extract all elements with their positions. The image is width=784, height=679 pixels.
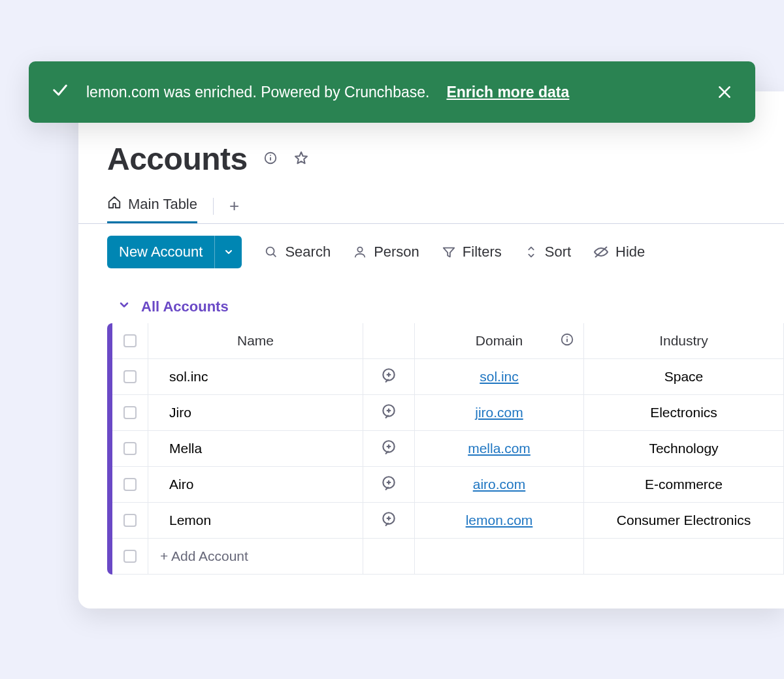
row-checkbox [123,550,137,563]
filters-label: Filters [463,244,502,261]
table-row: Lemon lemon.com Consumer Electronics [112,503,784,539]
table-row: Airo airo.com E-commerce [112,467,784,503]
row-name[interactable]: Airo [148,466,363,503]
row-checkbox-cell[interactable] [112,466,148,503]
empty-cell [583,538,784,575]
accounts-card: Accounts Main Table + New Account Search [78,91,784,608]
sort-label: Sort [545,244,571,261]
svg-point-6 [267,247,274,255]
row-industry[interactable]: Space [583,358,784,395]
hide-button[interactable]: Hide [593,244,645,261]
svg-line-7 [273,254,276,257]
table-header-row: Name Domain Industry [112,323,784,359]
svg-point-4 [270,154,271,155]
column-updates [363,323,415,359]
row-checkbox[interactable] [123,514,137,527]
row-checkbox-cell [112,538,148,575]
chat-add-icon[interactable] [380,367,397,387]
table-row: sol.inc sol.inc Space [112,359,784,395]
toolbar: New Account Search Person Filters Sort H… [78,224,784,268]
row-checkbox[interactable] [123,478,137,491]
table-row: Jiro jiro.com Electronics [112,395,784,431]
row-checkbox[interactable] [123,442,137,455]
table-row: Mella mella.com Technology [112,431,784,467]
info-icon[interactable] [560,332,574,350]
empty-cell [363,538,415,575]
row-domain[interactable]: airo.com [414,466,584,503]
row-name[interactable]: Mella [148,430,363,467]
toast-banner: lemon.com was enriched. Powered by Crunc… [29,61,755,123]
page-title: Accounts [107,141,248,177]
hide-label: Hide [615,244,645,261]
tab-main-table[interactable]: Main Table [107,189,197,223]
star-icon[interactable] [293,150,309,168]
home-icon [107,195,122,213]
person-button[interactable]: Person [353,244,419,261]
toast-message: lemon.com was enriched. Powered by Crunc… [86,84,429,101]
new-account-dropdown[interactable] [214,236,242,268]
row-name[interactable]: Jiro [148,394,363,431]
row-updates[interactable] [363,394,415,431]
enrich-more-link[interactable]: Enrich more data [446,84,569,101]
chevron-down-icon [118,298,131,315]
row-domain[interactable]: lemon.com [414,502,584,539]
search-label: Search [285,244,331,261]
add-account-row[interactable]: + Add Account [112,539,784,575]
page-header: Accounts [78,141,784,177]
new-account-label[interactable]: New Account [107,236,214,268]
svg-marker-9 [444,248,455,257]
row-updates[interactable] [363,466,415,503]
row-name[interactable]: Lemon [148,502,363,539]
row-checkbox[interactable] [123,370,137,383]
row-industry[interactable]: E-commerce [583,466,784,503]
row-domain[interactable]: sol.inc [414,358,584,395]
row-industry[interactable]: Consumer Electronics [583,502,784,539]
info-icon[interactable] [263,151,278,168]
row-domain[interactable]: jiro.com [414,394,584,431]
add-account-label[interactable]: + Add Account [148,538,363,575]
row-name[interactable]: sol.inc [148,358,363,395]
tab-separator [213,198,214,215]
empty-cell [414,538,584,575]
column-industry[interactable]: Industry [583,323,784,359]
tabs-row: Main Table + [78,189,784,224]
row-checkbox-cell[interactable] [112,502,148,539]
svg-point-8 [357,247,362,252]
column-domain[interactable]: Domain [414,323,584,359]
row-checkbox[interactable] [123,406,137,419]
chat-add-icon[interactable] [380,511,397,531]
toast-close-button[interactable] [716,84,733,101]
row-checkbox-cell[interactable] [112,430,148,467]
row-industry[interactable]: Technology [583,430,784,467]
row-domain[interactable]: mella.com [414,430,584,467]
svg-marker-5 [295,152,307,163]
new-account-button[interactable]: New Account [107,236,242,268]
accounts-table: Name Domain Industry sol.inc sol.inc [107,323,784,575]
filters-button[interactable]: Filters [442,244,502,261]
tab-label: Main Table [128,196,197,213]
sort-button[interactable]: Sort [524,244,571,261]
add-tab-button[interactable]: + [229,196,239,216]
group-title: All Accounts [141,298,229,315]
search-button[interactable]: Search [264,244,331,261]
row-updates[interactable] [363,430,415,467]
select-all-checkbox[interactable] [123,334,137,347]
svg-point-13 [566,336,568,337]
row-checkbox-cell[interactable] [112,394,148,431]
row-updates[interactable] [363,358,415,395]
chat-add-icon[interactable] [380,403,397,423]
row-checkbox-cell[interactable] [112,358,148,395]
check-icon [51,81,69,103]
chat-add-icon[interactable] [380,439,397,459]
select-all-cell[interactable] [112,323,148,359]
chat-add-icon[interactable] [380,475,397,495]
column-name[interactable]: Name [148,323,363,359]
person-label: Person [374,244,419,261]
row-updates[interactable] [363,502,415,539]
group-header[interactable]: All Accounts [118,298,784,315]
row-industry[interactable]: Electronics [583,394,784,431]
